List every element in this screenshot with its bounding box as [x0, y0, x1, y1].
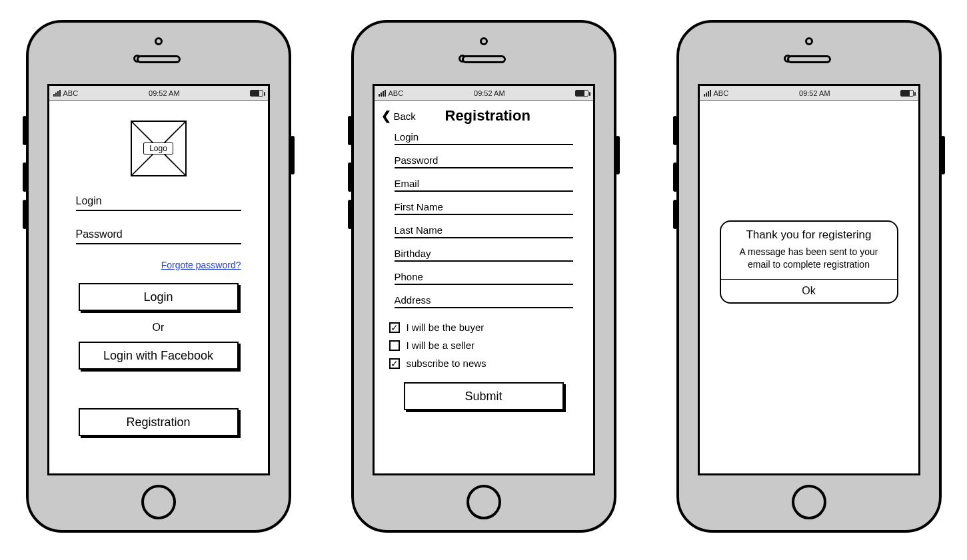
- checkbox-seller[interactable]: I will be a seller: [389, 340, 578, 351]
- back-label: Back: [394, 111, 416, 122]
- checkbox-icon: ✓: [389, 358, 400, 369]
- reg-address-input[interactable]: [395, 293, 573, 308]
- checkbox-news[interactable]: ✓ subscribe to news: [389, 358, 578, 369]
- chevron-left-icon: ❮: [381, 109, 391, 123]
- back-button[interactable]: ❮ Back: [381, 109, 416, 123]
- reg-login-input[interactable]: [395, 130, 573, 145]
- or-divider: Or: [49, 322, 268, 334]
- password-input[interactable]: [76, 226, 241, 244]
- signal-icon: [379, 90, 386, 97]
- logo-placeholder: Logo: [131, 121, 187, 176]
- camera-icon: [480, 37, 488, 45]
- registration-title: Registration: [421, 107, 554, 125]
- status-bar: ABC 09:52 AM: [49, 86, 268, 101]
- camera-icon: [805, 37, 813, 45]
- battery-icon: [250, 90, 263, 97]
- home-button-icon: [141, 485, 176, 519]
- screen-confirm: ABC 09:52 AM Thank you for registering A…: [698, 84, 920, 475]
- dialog-ok-button[interactable]: Ok: [721, 279, 897, 302]
- home-button-icon: [792, 485, 826, 519]
- confirmation-dialog: Thank you for registering A message has …: [720, 220, 898, 304]
- checkbox-buyer-label: I will be the buyer: [407, 322, 484, 333]
- submit-button[interactable]: Submit: [404, 382, 564, 410]
- login-input[interactable]: [76, 192, 241, 211]
- speaker-icon: [137, 55, 181, 63]
- signal-icon: [53, 90, 61, 97]
- reg-lastname-input[interactable]: [395, 223, 573, 238]
- reg-firstname-input[interactable]: [395, 200, 573, 215]
- phone-frame-login: ABC 09:52 AM Logo: [26, 20, 291, 533]
- reg-phone-input[interactable]: [395, 270, 573, 285]
- reg-password-input[interactable]: [395, 153, 573, 168]
- speaker-icon: [462, 55, 506, 63]
- screen-login: ABC 09:52 AM Logo: [47, 84, 270, 475]
- camera-icon: [155, 37, 163, 45]
- login-facebook-button[interactable]: Login with Facebook: [79, 342, 239, 370]
- status-bar: ABC 09:52 AM: [375, 86, 593, 101]
- carrier-label: ABC: [63, 89, 79, 97]
- signal-icon: [704, 90, 711, 97]
- forgot-password-link[interactable]: Forgote password?: [161, 260, 241, 270]
- screen-registration: ABC 09:52 AM ❮ Back Registration: [373, 84, 595, 475]
- dialog-message: A message has been sent to your email to…: [721, 246, 897, 279]
- time-label: 09:52 AM: [149, 89, 179, 97]
- carrier-label: ABC: [389, 89, 404, 97]
- reg-email-input[interactable]: [395, 176, 573, 192]
- reg-birthday-input[interactable]: [395, 246, 573, 262]
- dialog-title: Thank you for registering: [721, 222, 897, 246]
- checkbox-news-label: subscribe to news: [407, 358, 486, 369]
- checkbox-buyer[interactable]: ✓ I will be the buyer: [389, 322, 578, 333]
- speaker-icon: [787, 55, 831, 63]
- checkbox-seller-label: I will be a seller: [407, 340, 475, 351]
- battery-icon: [575, 90, 588, 97]
- registration-button[interactable]: Registration: [79, 408, 239, 436]
- login-button[interactable]: Login: [79, 283, 239, 311]
- checkbox-icon: ✓: [389, 322, 400, 333]
- phone-frame-registration: ABC 09:52 AM ❮ Back Registration: [351, 20, 616, 533]
- status-bar: ABC 09:52 AM: [700, 86, 918, 101]
- battery-icon: [900, 90, 914, 97]
- time-label: 09:52 AM: [799, 89, 830, 97]
- carrier-label: ABC: [714, 89, 729, 97]
- time-label: 09:52 AM: [474, 89, 504, 97]
- phone-frame-confirm: ABC 09:52 AM Thank you for registering A…: [676, 20, 942, 533]
- home-button-icon: [467, 485, 501, 519]
- logo-label: Logo: [143, 142, 173, 154]
- checkbox-icon: [389, 340, 400, 351]
